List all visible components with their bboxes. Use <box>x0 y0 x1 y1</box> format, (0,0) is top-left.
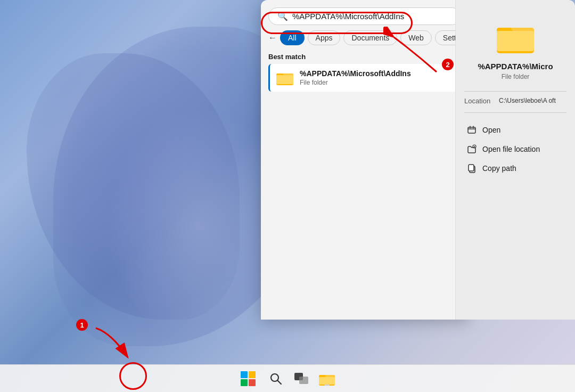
search-input[interactable]: %APPDATA%\Microsoft\AddIns <box>292 12 452 21</box>
annotation-badge-1: 1 <box>76 319 88 331</box>
svg-rect-16 <box>319 377 335 385</box>
best-match-section: Best match %APPDATA%\Microsoft\AddIns Fi… <box>261 50 469 94</box>
svg-rect-9 <box>469 165 474 171</box>
divider-1 <box>464 91 566 92</box>
file-explorer-button[interactable] <box>315 367 339 390</box>
search-panel: 🔍 %APPDATA%\Microsoft\AddIns ← All Apps … <box>261 0 469 320</box>
svg-rect-13 <box>299 377 308 384</box>
annotation-badge-2: 2 <box>442 59 454 70</box>
file-explorer-icon <box>319 372 335 386</box>
folder-icon <box>276 70 293 85</box>
search-icon: 🔍 <box>277 11 288 21</box>
large-folder-icon <box>497 21 534 53</box>
tab-all[interactable]: All <box>280 30 305 45</box>
tab-documents[interactable]: Documents <box>343 30 397 45</box>
right-panel: %APPDATA%\Micro File folder Location C:\… <box>455 0 575 320</box>
result-subtitle: File folder <box>300 79 411 86</box>
taskbar <box>0 364 575 392</box>
svg-line-11 <box>278 380 282 384</box>
svg-rect-17 <box>324 385 330 386</box>
start-button[interactable] <box>236 367 260 390</box>
location-value: C:\Users\leboe\A oft <box>499 97 556 105</box>
tab-apps[interactable]: Apps <box>308 30 341 45</box>
copy-path-action[interactable]: Copy path <box>464 159 566 178</box>
open-label: Open <box>482 126 500 134</box>
windows-logo <box>241 371 256 386</box>
svg-rect-5 <box>497 31 534 51</box>
copy-path-label: Copy path <box>482 164 516 173</box>
open-action[interactable]: Open <box>464 120 566 140</box>
location-label: Location <box>464 97 499 105</box>
open-file-location-label: Open file location <box>482 145 540 153</box>
open-file-location-icon <box>466 144 477 154</box>
filter-tabs: ← All Apps Documents Web Settings People <box>261 25 469 50</box>
search-taskbar-icon <box>269 372 283 386</box>
copy-path-icon <box>466 163 477 174</box>
open-file-location-action[interactable]: Open file location <box>464 140 566 159</box>
back-button[interactable]: ← <box>268 30 277 45</box>
svg-rect-2 <box>276 75 293 84</box>
search-taskbar-button[interactable] <box>264 367 288 390</box>
right-folder-icon <box>497 21 534 53</box>
right-panel-subtitle: File folder <box>464 73 566 80</box>
tab-web[interactable]: Web <box>400 30 432 45</box>
location-row: Location C:\Users\leboe\A oft <box>464 97 566 105</box>
search-bar[interactable]: 🔍 %APPDATA%\Microsoft\AddIns <box>268 7 461 25</box>
open-icon <box>466 125 477 135</box>
divider-2 <box>464 112 566 113</box>
task-view-icon <box>294 373 308 385</box>
result-info: %APPDATA%\Microsoft\AddIns File folder <box>300 69 411 86</box>
result-title: %APPDATA%\Microsoft\AddIns <box>300 69 411 78</box>
right-panel-title: %APPDATA%\Micro <box>464 62 566 71</box>
result-item[interactable]: %APPDATA%\Microsoft\AddIns File folder <box>268 64 461 92</box>
task-view-button[interactable] <box>290 367 313 390</box>
best-match-label: Best match <box>268 53 461 61</box>
svg-rect-6 <box>468 127 475 133</box>
